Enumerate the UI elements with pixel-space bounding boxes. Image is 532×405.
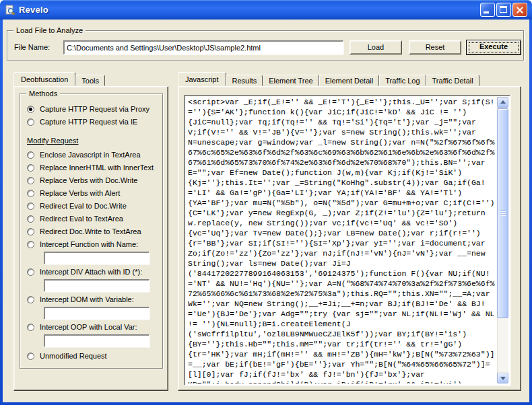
radio-redirect-eval-textarea[interactable]: Redirect Eval to TextArea — [27, 213, 160, 225]
right-tab-strip: Javascript Results Element Tree Element … — [178, 73, 479, 86]
radio-capture-http-ie[interactable]: Capture HTTP Request via IE — [27, 116, 160, 128]
javascript-editor[interactable]: <script>var _E;if(_E!='' && _E!='T'){_E=… — [184, 95, 510, 385]
minimize-icon — [484, 11, 489, 13]
tab-traffic-log[interactable]: Traffic Log — [379, 75, 426, 86]
radio-icon — [27, 228, 34, 235]
intercept-dom-variable-input[interactable] — [44, 307, 149, 320]
load-file-group-title: Load File to Analyze — [13, 26, 86, 35]
app-icon — [5, 5, 15, 15]
radio-icon — [27, 202, 34, 210]
javascript-panel: <script>var _E;if(_E!='' && _E!='T'){_E=… — [178, 86, 521, 391]
tab-element-tree[interactable]: Element Tree — [263, 75, 319, 86]
radio-redirect-docwrite-textarea[interactable]: Redirect Doc.Write to TextArea — [27, 225, 160, 237]
radio-intercept-function[interactable]: Intercept Function with Name: — [27, 238, 160, 250]
tab-deobfuscation[interactable]: Deobfuscation — [13, 72, 75, 86]
radio-intercept-dom[interactable]: Intercept DOM with Variable: — [27, 293, 160, 305]
radio-icon — [27, 190, 34, 197]
modify-request-label: Modify Request — [27, 137, 160, 148]
radio-capture-http-proxy[interactable]: Capture HTTP Request via Proxy — [27, 103, 160, 115]
radio-enclose-js-textarea[interactable]: Enclose Javascript in TextArea — [27, 149, 160, 161]
radio-icon — [27, 353, 34, 360]
deobfuscation-panel: Methods Capture HTTP Request via Proxy C… — [13, 86, 168, 391]
tab-element-detail[interactable]: Element Detail — [319, 75, 380, 86]
maximize-button[interactable] — [496, 3, 511, 17]
scroll-down-button[interactable] — [497, 373, 508, 383]
arrow-up-icon — [500, 100, 506, 104]
window-title: Revelo — [19, 5, 48, 15]
radio-icon — [27, 177, 34, 184]
file-name-label: File Name: — [14, 43, 50, 51]
thumb-grip-icon — [500, 211, 506, 216]
radio-replace-verbs-docwrite[interactable]: Replace Verbs with Doc.Write — [27, 174, 160, 186]
radio-unmodified-request[interactable]: Unmodified Request — [27, 350, 160, 362]
tab-tools[interactable]: Tools — [75, 75, 105, 86]
reset-button[interactable]: Reset — [409, 40, 461, 54]
radio-icon — [27, 268, 34, 276]
scrollbar-thumb[interactable] — [497, 108, 508, 318]
editor-scrollbar[interactable] — [497, 97, 508, 383]
radio-icon — [27, 215, 34, 223]
client-area: Load File to Analyze File Name: Load Res… — [3, 20, 529, 402]
left-tab-strip: Deobfuscation Tools — [13, 73, 105, 86]
methods-group: Methods Capture HTTP Request via Proxy C… — [20, 94, 163, 369]
radio-intercept-oop[interactable]: Intercept OOP with Local Var: — [27, 321, 160, 333]
radio-intercept-div[interactable]: Intercept DIV Attach with ID (*): — [27, 266, 160, 278]
radio-replace-verbs-alert[interactable]: Replace Verbs with Alert — [27, 187, 160, 199]
tab-results[interactable]: Results — [226, 75, 263, 86]
radio-icon — [27, 324, 34, 331]
radio-redirect-eval-docwrite[interactable]: Redirect Eval to Doc.Write — [27, 200, 160, 212]
code-text[interactable]: <script>var _E;if(_E!='' && _E!='T'){_E=… — [186, 97, 497, 383]
execute-button[interactable]: Execute — [466, 40, 521, 55]
tab-javascript[interactable]: Javascript — [178, 72, 226, 86]
radio-replace-innerhtml[interactable]: Replace InnerHTML with InnerText — [27, 161, 160, 174]
radio-icon — [27, 164, 34, 172]
close-button[interactable] — [512, 3, 527, 17]
radio-icon — [27, 296, 34, 303]
maximize-icon — [500, 6, 507, 13]
radio-icon — [27, 151, 34, 159]
titlebar[interactable]: Revelo — [0, 0, 532, 20]
radio-icon — [27, 118, 34, 126]
tab-traffic-detail[interactable]: Traffic Detail — [426, 75, 479, 86]
radio-selected-icon — [27, 106, 34, 113]
radio-icon — [27, 241, 34, 248]
intercept-function-name-input[interactable] — [44, 252, 149, 264]
load-button[interactable]: Load — [350, 40, 402, 54]
arrow-down-icon — [500, 377, 506, 380]
intercept-div-id-input[interactable] — [44, 279, 149, 292]
app-window: Revelo Load File to Analyze File Name: L… — [0, 0, 532, 405]
file-name-input[interactable] — [63, 40, 343, 54]
methods-group-title: Methods — [26, 89, 60, 98]
scroll-up-button[interactable] — [497, 97, 508, 108]
intercept-oop-localvar-input[interactable] — [44, 334, 149, 347]
minimize-button[interactable] — [480, 3, 495, 17]
load-file-group: Load File to Analyze File Name: Load Res… — [7, 30, 524, 61]
